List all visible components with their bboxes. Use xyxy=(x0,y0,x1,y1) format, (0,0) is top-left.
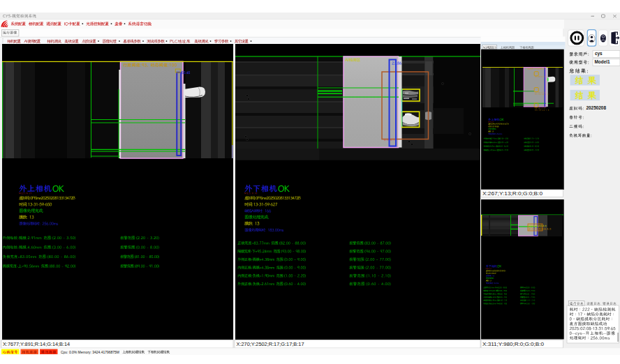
svg-text:cys: cys xyxy=(595,51,603,56)
svg-text:X:311;Y:980;R:0;G:0;B:0: X:311;Y:980;R:0;G:0;B:0 xyxy=(482,341,544,347)
svg-text:20250208: 20250208 xyxy=(586,105,607,110)
svg-text:X:7677;Y:891;R:14;G:14;B:14: X:7677;Y:891;R:14;G:14;B:14 xyxy=(3,341,70,347)
svg-text:X:267;Y:13;R:0;G:0;B:0: X:267;Y:13;R:0;G:0;B:0 xyxy=(482,190,542,197)
svg-text:Cpu: 0.0% Memory: 3424.4179687: Cpu: 0.0% Memory: 3424.41796875M xyxy=(61,350,119,354)
svg-text:X:270;Y:2502;R:17;G:17;B:17: X:270;Y:2502;R:17;G:17;B:17 xyxy=(237,341,304,347)
svg-text:Model1: Model1 xyxy=(595,59,610,64)
